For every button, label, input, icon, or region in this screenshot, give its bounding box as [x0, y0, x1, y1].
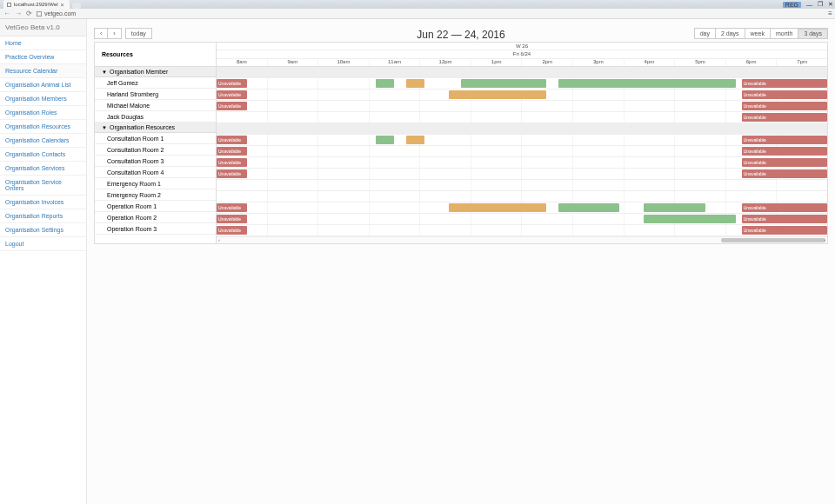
unavailable-block[interactable]: Unavailable	[742, 203, 827, 212]
timeline-row[interactable]: UnavailableUnavailable	[217, 225, 827, 236]
unavailable-block[interactable]: Unavailable	[217, 226, 247, 235]
sidebar-item[interactable]: Logout	[0, 237, 86, 251]
unavailable-block[interactable]: Unavailable	[742, 215, 827, 223]
sidebar-item[interactable]: Organisation Contacts	[0, 148, 86, 162]
unavailable-block[interactable]: Unavailable	[742, 113, 827, 122]
unavailable-block[interactable]: Unavailable	[217, 136, 247, 144]
resource-group-header[interactable]: ▼Organisation Member	[95, 67, 216, 77]
close-window-icon[interactable]: ✕	[828, 1, 833, 8]
scrollbar-thumb[interactable]	[721, 238, 825, 242]
timeline-row[interactable]: Unavailable	[217, 112, 827, 123]
menu-icon[interactable]: ≡	[828, 10, 832, 17]
new-tab-button[interactable]	[72, 3, 81, 9]
unavailable-block[interactable]: Unavailable	[217, 215, 247, 223]
view-button[interactable]: day	[694, 28, 716, 39]
close-tab-icon[interactable]: ×	[61, 2, 64, 8]
sidebar-link[interactable]: Organisation Reports	[5, 213, 81, 219]
event-block[interactable]	[558, 79, 736, 88]
sidebar-link[interactable]: Organisation Roles	[5, 109, 81, 116]
sidebar-item[interactable]: Organisation Service Orders	[0, 176, 86, 196]
event-block[interactable]	[461, 79, 546, 88]
resource-row-label[interactable]: Consultation Room 3	[95, 156, 216, 167]
view-button[interactable]: 2 days	[716, 28, 745, 39]
event-block[interactable]	[406, 136, 424, 144]
unavailable-block[interactable]: Unavailable	[742, 147, 827, 156]
timeline-row[interactable]: UnavailableUnavailable	[217, 90, 827, 101]
event-block[interactable]	[644, 203, 705, 212]
sidebar-link[interactable]: Organisation Invoices	[5, 199, 81, 205]
resource-row-label[interactable]: Operation Room 1	[95, 201, 216, 212]
reload-icon[interactable]: ⟳	[26, 10, 32, 17]
event-block[interactable]	[644, 215, 735, 223]
sidebar-link[interactable]: Organisation Resources	[5, 123, 81, 129]
sidebar-link[interactable]: Organisation Calendars	[5, 137, 81, 143]
unavailable-block[interactable]: Unavailable	[742, 102, 827, 110]
view-button[interactable]: 3 days	[798, 28, 828, 39]
sidebar-item[interactable]: Practice Overview	[0, 50, 86, 64]
resource-row-label[interactable]: Operation Room 3	[95, 223, 216, 235]
forward-icon[interactable]: →	[15, 10, 22, 17]
horizontal-scrollbar[interactable]: ‹ ›	[217, 236, 827, 243]
sidebar-link[interactable]: Organisation Animal List	[5, 82, 81, 88]
sidebar-link[interactable]: Resource Calendar	[5, 68, 81, 74]
resource-row-label[interactable]: Jeff Gomez	[95, 77, 216, 89]
timeline-row[interactable]: UnavailableUnavailable	[217, 169, 827, 180]
timeline-row[interactable]: UnavailableUnavailable	[217, 214, 827, 225]
event-block[interactable]	[376, 79, 394, 88]
sidebar-link[interactable]: Organisation Service Orders	[5, 179, 81, 191]
resource-row-label[interactable]: Consultation Room 4	[95, 167, 216, 178]
sidebar-link[interactable]: Logout	[5, 241, 81, 247]
sidebar-item[interactable]: Organisation Animal List	[0, 78, 86, 92]
prev-button[interactable]: ‹	[94, 28, 108, 39]
resource-row-label[interactable]: Harland Stromberg	[95, 89, 216, 100]
sidebar-item[interactable]: Organisation Settings	[0, 223, 86, 237]
back-icon[interactable]: ←	[3, 10, 10, 17]
minimize-icon[interactable]: —	[806, 2, 812, 8]
sidebar-item[interactable]: Organisation Members	[0, 92, 86, 106]
unavailable-block[interactable]: Unavailable	[742, 79, 827, 88]
resource-row-label[interactable]: Michael Malone	[95, 100, 216, 111]
resource-group-header[interactable]: ▼Organisation Resources	[95, 123, 216, 133]
resource-row-label[interactable]: Emergency Room 2	[95, 189, 216, 201]
timeline-row[interactable]	[217, 180, 827, 191]
sidebar-link[interactable]: Home	[5, 40, 81, 46]
sidebar-item[interactable]: Home	[0, 36, 86, 50]
maximize-icon[interactable]: ❐	[818, 1, 823, 8]
today-button[interactable]: today	[125, 28, 152, 39]
event-block[interactable]	[406, 79, 424, 88]
sidebar-link[interactable]: Organisation Contacts	[5, 151, 81, 157]
sidebar-link[interactable]: Organisation Settings	[5, 227, 81, 233]
unavailable-block[interactable]: Unavailable	[742, 226, 827, 235]
scroll-left-icon[interactable]: ‹	[218, 237, 220, 242]
sidebar-link[interactable]: Organisation Services	[5, 165, 81, 171]
sidebar-item[interactable]: Resource Calendar	[0, 64, 86, 78]
event-block[interactable]	[449, 203, 546, 212]
timeline-row[interactable]	[217, 191, 827, 202]
resource-row-label[interactable]: Emergency Room 1	[95, 178, 216, 189]
unavailable-block[interactable]: Unavailable	[217, 158, 247, 167]
sidebar-item[interactable]: Organisation Reports	[0, 209, 86, 223]
sidebar-link[interactable]: Practice Overview	[5, 54, 81, 60]
next-button[interactable]: ›	[108, 28, 121, 39]
unavailable-block[interactable]: Unavailable	[217, 203, 247, 212]
resource-row-label[interactable]: Jack Douglas	[95, 111, 216, 123]
unavailable-block[interactable]: Unavailable	[217, 79, 247, 88]
unavailable-block[interactable]: Unavailable	[217, 102, 247, 110]
event-block[interactable]	[558, 203, 619, 212]
event-block[interactable]	[376, 136, 394, 144]
resource-row-label[interactable]: Consultation Room 1	[95, 133, 216, 144]
view-button[interactable]: month	[771, 28, 798, 39]
unavailable-block[interactable]: Unavailable	[217, 169, 247, 178]
timeline-row[interactable]: UnavailableUnavailable	[217, 78, 827, 90]
scroll-right-icon[interactable]: ›	[824, 237, 825, 242]
sidebar-item[interactable]: Organisation Roles	[0, 106, 86, 120]
timeline-row[interactable]: UnavailableUnavailable	[217, 202, 827, 214]
sidebar-item[interactable]: Organisation Resources	[0, 120, 86, 134]
view-button[interactable]: week	[745, 28, 771, 39]
unavailable-block[interactable]: Unavailable	[217, 90, 247, 99]
unavailable-block[interactable]: Unavailable	[217, 147, 247, 156]
resource-row-label[interactable]: Operation Room 2	[95, 212, 216, 223]
sidebar-item[interactable]: Organisation Calendars	[0, 134, 86, 148]
unavailable-block[interactable]: Unavailable	[742, 158, 827, 167]
unavailable-block[interactable]: Unavailable	[742, 169, 827, 178]
